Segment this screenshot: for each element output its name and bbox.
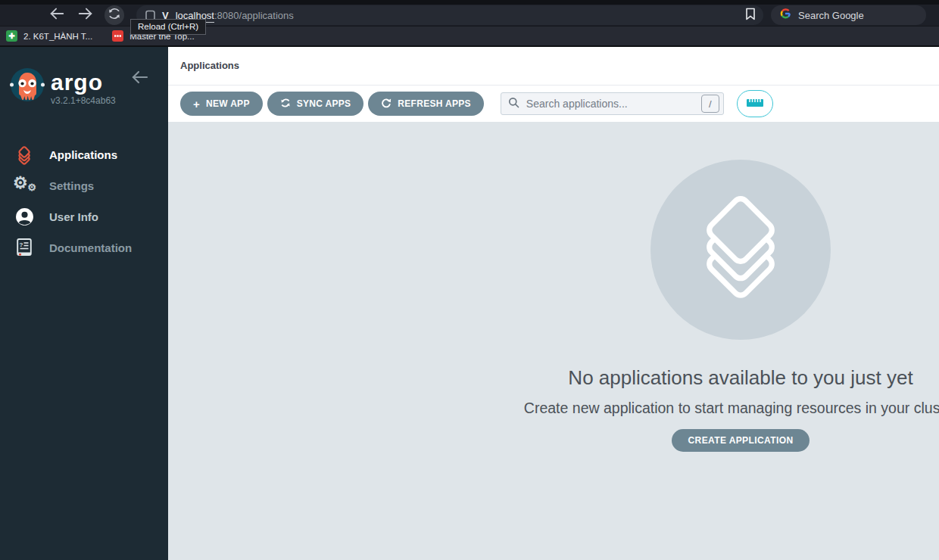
course-favicon-icon xyxy=(112,30,123,42)
reload-button[interactable] xyxy=(105,5,124,25)
bookmark-icon[interactable] xyxy=(745,8,756,23)
bookmark-label: 2. K6T_HÀNH T... xyxy=(23,32,92,41)
empty-state-circle xyxy=(650,160,831,340)
browser-chrome: V localhost:8080/applications xyxy=(0,0,939,47)
search-applications-box: / xyxy=(501,92,724,115)
ruler-icon xyxy=(747,97,763,110)
argo-octopus-icon xyxy=(9,67,45,114)
sidebar-item-label: Applications xyxy=(49,148,117,161)
empty-state-title: No applications available to you just ye… xyxy=(168,366,939,390)
sync-apps-label: SYNC APPS xyxy=(297,98,351,109)
argo-version: v3.2.1+8c4ab63 xyxy=(51,95,116,106)
sync-icon xyxy=(280,98,291,110)
search-icon xyxy=(508,97,519,111)
svg-text:?: ? xyxy=(20,241,23,248)
sidebar-item-label: Documentation xyxy=(49,241,132,254)
view-toggle-button[interactable] xyxy=(737,90,773,117)
forward-button[interactable] xyxy=(76,5,95,25)
url-path: :8080/applications xyxy=(214,10,294,21)
google-logo-icon xyxy=(779,8,791,23)
sidebar-item-user-info[interactable]: User Info xyxy=(0,201,168,232)
new-app-button[interactable]: + NEW APP xyxy=(180,92,263,116)
applications-toolbar: + NEW APP SYNC APPS REFRESH APPS xyxy=(168,86,939,122)
refresh-apps-label: REFRESH APPS xyxy=(398,98,471,109)
breadcrumb: Applications xyxy=(180,60,239,71)
search-applications-input[interactable] xyxy=(525,97,701,110)
sidebar-item-applications[interactable]: Applications xyxy=(0,139,168,170)
sidebar-item-documentation[interactable]: ? Documentation xyxy=(0,232,168,263)
plus-icon: + xyxy=(193,98,200,110)
sidebar-item-label: User Info xyxy=(49,210,98,223)
forward-arrow-icon xyxy=(77,7,94,23)
reload-tooltip: Reload (Ctrl+R) xyxy=(130,19,206,35)
back-arrow-icon xyxy=(48,7,65,23)
new-app-label: NEW APP xyxy=(206,98,250,109)
google-search-field[interactable]: Search Google xyxy=(771,5,926,25)
refresh-icon xyxy=(381,98,392,110)
layers-icon xyxy=(12,144,36,166)
gears-icon: ⚙⚙ xyxy=(12,176,36,196)
google-search-placeholder: Search Google xyxy=(798,10,864,21)
refresh-apps-button[interactable]: REFRESH APPS xyxy=(368,92,484,116)
page-header: Applications + NEW APP SYNC APPS xyxy=(168,47,939,122)
empty-state-subtitle: Create new application to start managing… xyxy=(168,400,939,417)
sidebar: argo v3.2.1+8c4ab63 Application xyxy=(0,47,168,560)
slash-shortcut-badge: / xyxy=(701,95,719,113)
back-button[interactable] xyxy=(47,5,67,25)
reload-icon xyxy=(108,7,121,23)
argocd-app: argo v3.2.1+8c4ab63 Application xyxy=(0,47,939,560)
address-bar[interactable]: V localhost:8080/applications xyxy=(136,5,763,25)
user-icon xyxy=(12,207,36,226)
sidebar-item-label: Settings xyxy=(49,179,94,192)
document-icon: ? xyxy=(12,238,36,258)
layers-large-icon xyxy=(680,191,801,308)
sync-apps-button[interactable]: SYNC APPS xyxy=(267,92,364,116)
sidebar-nav: Applications ⚙⚙ Settings User Info xyxy=(0,139,168,263)
empty-state: No applications available to you just ye… xyxy=(168,160,939,452)
create-application-button[interactable]: CREATE APPLICATION xyxy=(672,429,810,452)
bookmark-item[interactable]: ✚ 2. K6T_HÀNH T... xyxy=(6,30,92,42)
sidebar-collapse-button[interactable] xyxy=(130,70,148,88)
applications-content: No applications available to you just ye… xyxy=(168,122,939,560)
sheet-favicon-icon: ✚ xyxy=(6,30,17,42)
main-panel: Applications + NEW APP SYNC APPS xyxy=(168,47,939,560)
sidebar-item-settings[interactable]: ⚙⚙ Settings xyxy=(0,170,168,201)
argo-wordmark: argo xyxy=(51,72,116,93)
